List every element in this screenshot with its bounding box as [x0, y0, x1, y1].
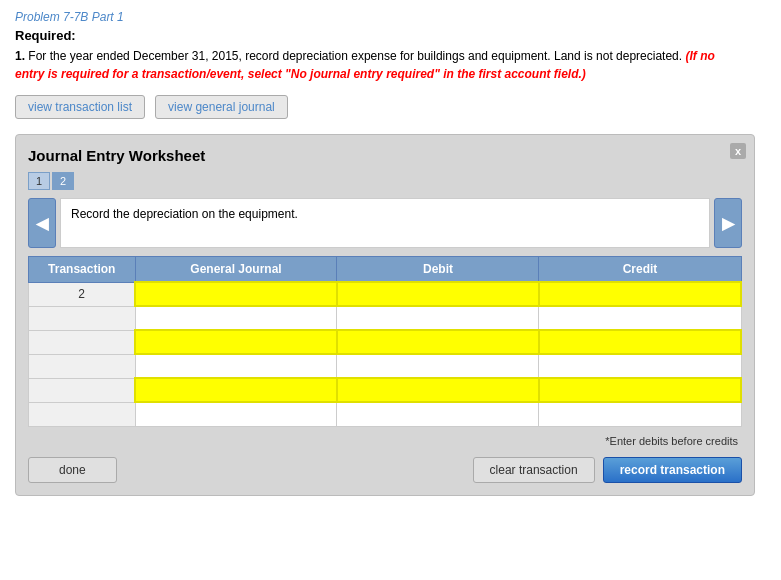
debit-cell[interactable]	[337, 330, 539, 354]
instruction-number: 1.	[15, 49, 28, 63]
debit-cell[interactable]	[337, 306, 539, 330]
credit-input[interactable]	[539, 307, 740, 329]
col-header-journal: General Journal	[135, 257, 337, 283]
debit-cell[interactable]	[337, 354, 539, 378]
close-button[interactable]: x	[730, 143, 746, 159]
instruction-body: For the year ended December 31, 2015, re…	[28, 49, 682, 63]
table-row: 2	[29, 282, 742, 306]
tab-2[interactable]: 2	[52, 172, 74, 190]
problem-title: Problem 7-7B Part 1	[15, 10, 766, 24]
col-header-transaction: Transaction	[29, 257, 136, 283]
credit-input[interactable]	[539, 403, 740, 426]
worksheet-title: Journal Entry Worksheet	[28, 147, 742, 164]
debit-input[interactable]	[338, 379, 538, 401]
credit-cell[interactable]	[539, 402, 741, 426]
debit-input[interactable]	[338, 331, 538, 353]
journal-table: Transaction General Journal Debit Credit…	[28, 256, 742, 427]
journal-cell[interactable]	[135, 402, 337, 426]
journal-input[interactable]	[136, 355, 337, 377]
journal-input[interactable]	[136, 283, 336, 305]
view-general-journal-button[interactable]: view general journal	[155, 95, 288, 119]
journal-cell[interactable]	[135, 354, 337, 378]
worksheet-container: Journal Entry Worksheet x 1 2 ◀ Record t…	[15, 134, 755, 496]
journal-cell[interactable]	[135, 378, 337, 402]
credit-input[interactable]	[539, 355, 740, 377]
transaction-num	[29, 402, 136, 426]
credit-cell[interactable]	[539, 306, 741, 330]
required-label: Required:	[15, 28, 766, 43]
transaction-num	[29, 378, 136, 402]
col-header-debit: Debit	[337, 257, 539, 283]
credit-cell[interactable]	[539, 330, 741, 354]
description-box: Record the depreciation on the equipment…	[60, 198, 710, 248]
table-row	[29, 330, 742, 354]
col-header-credit: Credit	[539, 257, 741, 283]
debit-cell[interactable]	[337, 402, 539, 426]
transaction-num	[29, 306, 136, 330]
record-transaction-button[interactable]: record transaction	[603, 457, 742, 483]
debit-input[interactable]	[338, 283, 538, 305]
journal-cell[interactable]	[135, 306, 337, 330]
debit-input[interactable]	[337, 307, 538, 329]
table-row	[29, 402, 742, 426]
debit-cell[interactable]	[337, 378, 539, 402]
debit-input[interactable]	[337, 403, 538, 426]
instruction-text: 1. For the year ended December 31, 2015,…	[15, 47, 745, 83]
right-buttons-group: clear transaction record transaction	[473, 457, 742, 483]
credit-input[interactable]	[540, 331, 740, 353]
journal-input[interactable]	[136, 331, 336, 353]
hint-text: *Enter debits before credits	[28, 435, 742, 447]
done-button[interactable]: done	[28, 457, 117, 483]
page-tabs: 1 2	[28, 172, 742, 190]
credit-input[interactable]	[540, 379, 740, 401]
journal-input[interactable]	[136, 379, 336, 401]
tab-1[interactable]: 1	[28, 172, 50, 190]
clear-transaction-button[interactable]: clear transaction	[473, 457, 595, 483]
transaction-num	[29, 330, 136, 354]
table-row	[29, 306, 742, 330]
table-row	[29, 378, 742, 402]
journal-input[interactable]	[136, 403, 337, 426]
transaction-num: 2	[29, 282, 136, 306]
prev-arrow[interactable]: ◀	[28, 198, 56, 248]
debit-input[interactable]	[337, 355, 538, 377]
debit-cell[interactable]	[337, 282, 539, 306]
journal-cell[interactable]	[135, 330, 337, 354]
journal-input[interactable]	[136, 307, 337, 329]
next-arrow[interactable]: ▶	[714, 198, 742, 248]
nav-row: ◀ Record the depreciation on the equipme…	[28, 198, 742, 248]
view-transaction-list-button[interactable]: view transaction list	[15, 95, 145, 119]
credit-input[interactable]	[540, 283, 740, 305]
credit-cell[interactable]	[539, 282, 741, 306]
top-buttons-row: view transaction list view general journ…	[15, 95, 766, 119]
journal-cell[interactable]	[135, 282, 337, 306]
credit-cell[interactable]	[539, 354, 741, 378]
table-row	[29, 354, 742, 378]
bottom-buttons: done clear transaction record transactio…	[28, 457, 742, 483]
transaction-num	[29, 354, 136, 378]
credit-cell[interactable]	[539, 378, 741, 402]
